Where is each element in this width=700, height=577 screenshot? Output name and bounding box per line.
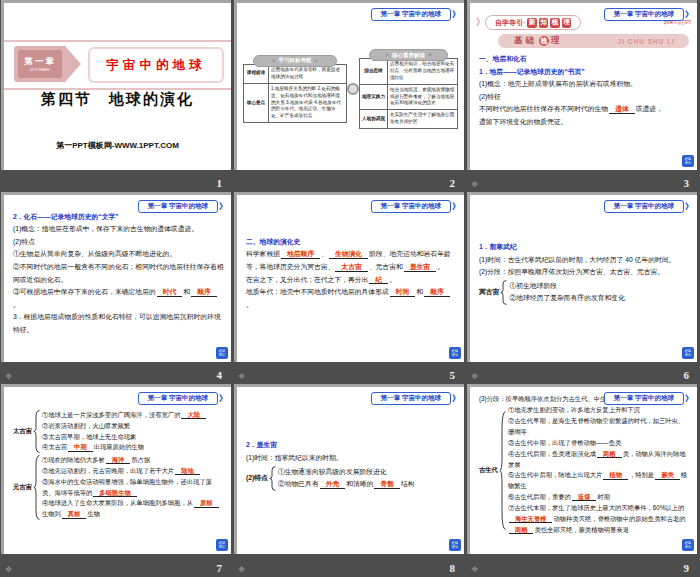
table-row-text: 运用地质年代表等资料，简要描述地球的演化过程 [269, 64, 347, 83]
tables-zone: ◄学习目标导航►课程标准运用地质年代表等资料，简要描述地球的演化过程核心要点1.… [243, 49, 458, 129]
slide-body-text: 太古宙①地球上是一片深浅多变的广阔海洋，没有宽广的大陆②岩浆活动剧烈，火山喷发频… [13, 392, 224, 538]
table-row-text: 1.地层顺序关系的判断 2.化石的概念、化石地质年代和当地地理环境的关系 3.地… [269, 83, 347, 122]
text-segment: (2)特点 [13, 238, 35, 245]
chevron-right-icon: 》 [452, 395, 460, 403]
fill-in-answer: 蕨类 [655, 471, 680, 479]
text-line: 3．根据地层组成物质的性质和化石特征，可以追溯地层沉积时的环境特征。 [13, 311, 224, 336]
brace-group-lines: ①地壳发生剧烈变动，许多地方反复上升和下沉②古生代早期，是海生无脊椎动物空前繁盛… [508, 405, 690, 535]
fill-in-answer: 地层顺序 [281, 250, 320, 259]
basics-banner-char: 梳 [539, 36, 549, 46]
slide-marker-icon: ❖ [471, 181, 478, 189]
connector-circle-icon [347, 83, 359, 95]
text-line: (1)时间：古生代寒武纪以前的时期，大约经历了 40 亿年的时间。 [479, 254, 690, 267]
chapter-badge-label: 第一章 宇宙中的地球 [604, 200, 684, 213]
text-line: ②古生代早期，是海生无脊椎动物空前繁盛的时代，如三叶虫、珊瑚等 [508, 416, 690, 438]
text-segment: 和清晰的 [346, 480, 373, 487]
objectives-table: ◄学习目标导航►课程标准运用地质年代表等资料，简要描述地球的演化过程核心要点1.… [243, 55, 347, 123]
nav-banner-pill: 自学导引·新知梳理 [485, 15, 581, 30]
table-row: 综合思维运用相关知识，结合地层和化石特点，分析推断当地的古地理环境特征 [360, 59, 458, 85]
slide-thumbnail-cell: 第一章 宇宙中的地球》2．显生宙(1)时间：指寒武纪以来的时期。(2)特点①生物… [233, 384, 466, 577]
slide-thumbnail-8[interactable]: 第一章 宇宙中的地球》2．显生宙(1)时间：指寒武纪以来的时期。(2)特点①生物… [237, 387, 464, 554]
text-segment: ②岩浆活动剧烈，火山喷发频繁 [42, 422, 130, 429]
slide-thumbnail-9[interactable]: 第一章 宇宙中的地球》(3)分段：按早晚顺序依次划分为古生代、中生代和新生代。古… [470, 387, 697, 554]
text-segment: 、 [321, 250, 328, 257]
table: 课程标准运用地质年代表等资料，简要描述地球的演化过程核心要点1.地层顺序关系的判… [243, 64, 347, 123]
chapter-badge-label: 第一章 宇宙中的地球 [371, 8, 451, 21]
chapter-tab: 第一章DI YI ZHANG [18, 50, 62, 78]
brace-group-lines: ①初生地球阶段②地球经历了复杂而有序的发育和变化 [509, 280, 625, 305]
table-header-label: 核心素养解读 [392, 52, 425, 59]
return-nav-line1: 栏目 [685, 158, 692, 160]
text-segment: 。 [246, 301, 253, 308]
table-row-text: 结合当地情况，参观地质博物馆或进行野外考察，了解当地地层化石和地球演化的历史 [387, 84, 457, 110]
text-segment: (1)时间：指寒武纪以来的时期。 [246, 454, 343, 461]
slide-thumbnail-6[interactable]: 第一章 宇宙中的地球》1．前寒武纪(1)时间：古生代寒武纪以前的时期，大约经历了… [470, 195, 697, 362]
text-line: ⑦古生代末期，发生了地球历史上最大的灭绝事件，60%以上的海生无脊椎动物种类灭绝… [508, 503, 690, 535]
fill-in-answer: 生物演化 [329, 250, 368, 259]
table-row: 课程标准运用地质年代表等资料，简要描述地球的演化过程 [244, 64, 347, 83]
chapter-badge: 第一章 宇宙中的地球》 [371, 200, 460, 213]
text-segment: 生物到 [42, 510, 61, 517]
text-segment: 或遗迹， [636, 105, 663, 112]
fill-in-answer: 植物 [603, 471, 628, 479]
text-segment: 3．根据地层组成物质的性质和化石特征，可以追溯地层沉积时的环境特征。 [13, 313, 221, 333]
brace-group-lines: ①地球上是一片深浅多变的广阔海洋，没有宽广的大陆②岩浆活动剧烈，火山喷发频繁③太… [42, 410, 207, 453]
return-nav-line2: 导引 [685, 546, 692, 548]
slide-page-number: 8 [450, 562, 456, 574]
slide-canvas: 第一章 宇宙中的地球》二、地球的演化史科学家根据地层顺序、生物演化阶段、地壳运动… [234, 192, 464, 362]
nav-banner-block: 知 [539, 18, 549, 28]
slide-marker-icon: ❖ [5, 566, 12, 574]
slide-body-text: 1．前寒武纪(1)时间：古生代寒武纪以前的时期，大约经历了 40 亿年的时间。(… [479, 203, 690, 344]
chevron-right-icon: 》 [685, 203, 693, 211]
text-segment: 科学家根据 [246, 250, 280, 257]
text-line: (1)概念：指地层在形成中，保存下来的古生物的遗体或遗迹。 [13, 223, 224, 236]
slide-thumbnail-cell: 第一章 宇宙中的地球》太古宙①地球上是一片深浅多变的广阔海洋，没有宽广的大陆②岩… [0, 384, 233, 577]
chapter-badge: 第一章 宇宙中的地球》 [138, 392, 227, 405]
slide-page-number: 1 [217, 177, 223, 189]
text-segment: ④太古宙 [42, 443, 67, 450]
slide-thumbnail-4[interactable]: 第一章 宇宙中的地球》2．化石——记录地球历史的“文字”(1)概念：指地层在形成… [4, 195, 231, 362]
slide-page-number: 2 [450, 177, 456, 189]
slide-page-number: 4 [217, 369, 223, 381]
slide-thumbnail-5[interactable]: 第一章 宇宙中的地球》二、地球的演化史科学家根据地层顺序、生物演化阶段、地壳运动… [237, 195, 464, 362]
brace-glyph [269, 466, 276, 491]
text-segment: 二、地球的演化史 [246, 238, 300, 245]
slide-thumbnail-1[interactable]: 第一章DI YI ZHANG宇宙中的地球第四节 地球的演化第一PPT模板网-WW… [4, 3, 231, 170]
return-nav-badge[interactable]: 栏目导引 [449, 539, 461, 551]
fill-in-answer: 遗体 [609, 105, 635, 114]
slide-main-title: 第四节 地球的演化 [4, 90, 231, 109]
chevron-right-icon: 》 [219, 203, 227, 211]
slide-canvas: 第一章 宇宙中的地球》2．化石——记录地球历史的“文字”(1)概念：指地层在形成… [1, 192, 231, 362]
return-nav-line2: 导引 [219, 354, 226, 356]
text-segment: (1)时间：古生代寒武纪以前的时期，大约经历了 40 亿年的时间。 [479, 256, 675, 263]
text-segment: (2)特征 [479, 93, 501, 100]
text-line: 二、地球的演化史 [246, 236, 457, 249]
fill-in-answer: 太古宙 [335, 263, 367, 272]
return-nav-badge[interactable]: 栏目导引 [216, 539, 228, 551]
fill-in-answer: 两栖 [597, 450, 622, 458]
return-nav-badge[interactable]: 栏目导引 [682, 539, 694, 551]
slide-thumbnail-2[interactable]: 第一章 宇宙中的地球》◄学习目标导航►课程标准运用地质年代表等资料，简要描述地球… [237, 3, 464, 170]
slide-thumbnail-3[interactable]: 第一章 宇宙中的地球》课前预习·自主学习》自学导引·新知梳理基础梳理JI CHU… [470, 3, 697, 170]
fill-in-answer: 多细胞生物 [93, 489, 136, 497]
table-header-pill: ◄核心素养解读► [369, 49, 448, 61]
fill-in-answer: 海生无脊椎 [509, 515, 552, 523]
chapter-badge-label: 第一章 宇宙中的地球 [138, 200, 218, 213]
fill-in-answer: 顺序 [191, 288, 217, 297]
slide-marker-icon: ❖ [238, 566, 245, 574]
return-nav-badge[interactable]: 栏目导引 [682, 347, 694, 359]
slide-marker-icon: ❖ [5, 373, 12, 381]
text-segment: 类也全部灭绝，蕨类植物明显衰退 [534, 526, 628, 533]
brace-glyph [33, 455, 40, 520]
text-line: ③太古宙早期，地球上无生命现象 [42, 432, 207, 443]
chevrons-icon: 》 [476, 16, 483, 29]
slide-body-text: 2．化石——记录地球历史的“文字”(1)概念：指地层在形成中，保存下来的古生物的… [13, 203, 224, 344]
chapter-badge: 第一章 宇宙中的地球》 [138, 200, 227, 213]
return-nav-badge[interactable]: 栏目导引 [449, 347, 461, 359]
return-nav-badge[interactable]: 栏目导引 [216, 347, 228, 359]
return-nav-badge[interactable]: 栏目导引 [682, 155, 694, 167]
slide-thumbnail-7[interactable]: 第一章 宇宙中的地球》太古宙①地球上是一片深浅多变的广阔海洋，没有宽广的大陆②岩… [4, 387, 231, 554]
text-line: ③可根据地层中保存下来的化石，来确定地层的时代和顺序。 [13, 286, 224, 311]
text-segment: 出现最原始的生物 [94, 443, 144, 450]
fill-in-answer: 显生宙 [404, 263, 436, 272]
